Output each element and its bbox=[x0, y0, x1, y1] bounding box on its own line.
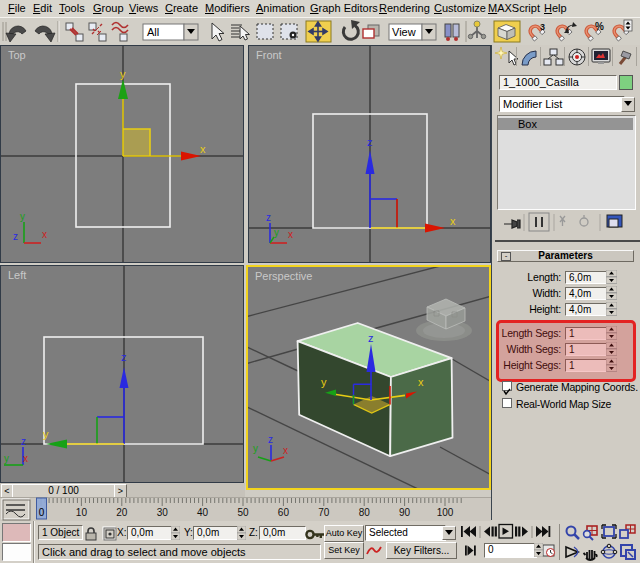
svg-text:z: z bbox=[13, 231, 18, 242]
svg-text:60: 60 bbox=[278, 507, 290, 518]
svg-text:30: 30 bbox=[157, 507, 169, 518]
svg-text:z: z bbox=[121, 351, 127, 363]
svg-text:40: 40 bbox=[197, 507, 209, 518]
svg-text:z: z bbox=[367, 136, 373, 148]
svg-text:z: z bbox=[266, 212, 271, 223]
svg-text:3: 3 bbox=[540, 22, 545, 32]
svg-text:x: x bbox=[23, 453, 28, 464]
svg-text:y: y bbox=[4, 453, 9, 464]
svg-text:z: z bbox=[368, 332, 374, 344]
svg-text:70: 70 bbox=[318, 507, 330, 518]
svg-text:y: y bbox=[20, 211, 25, 222]
svg-text:50: 50 bbox=[237, 507, 249, 518]
svg-text:x: x bbox=[283, 445, 288, 456]
svg-text:x: x bbox=[450, 215, 456, 227]
svg-text:x: x bbox=[200, 143, 206, 155]
svg-text:80: 80 bbox=[359, 507, 371, 518]
svg-text:y: y bbox=[253, 443, 258, 454]
svg-text:10: 10 bbox=[76, 507, 88, 518]
svg-text:y: y bbox=[274, 227, 279, 238]
svg-text:y: y bbox=[120, 68, 126, 80]
svg-text:20: 20 bbox=[116, 507, 128, 518]
svg-text:All: All bbox=[147, 26, 159, 38]
svg-text:x: x bbox=[288, 229, 293, 240]
svg-text:x: x bbox=[42, 229, 47, 240]
svg-text:%: % bbox=[595, 21, 604, 32]
svg-text:z: z bbox=[21, 436, 26, 447]
svg-text:View: View bbox=[392, 26, 416, 38]
svg-text:y: y bbox=[321, 376, 327, 388]
svg-text:90: 90 bbox=[399, 507, 411, 518]
svg-text:z: z bbox=[268, 434, 273, 445]
svg-text:0: 0 bbox=[39, 507, 45, 518]
svg-text:100: 100 bbox=[437, 507, 454, 518]
svg-text:y: y bbox=[43, 428, 49, 440]
svg-text:x: x bbox=[418, 376, 424, 388]
